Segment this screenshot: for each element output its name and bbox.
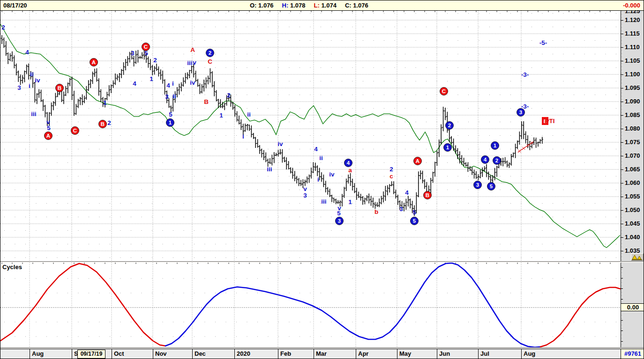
month-separator — [314, 349, 314, 359]
price-tick-label: 1.070 — [625, 152, 640, 159]
price-scale: 1.1251.1201.1151.1101.1051.1001.0951.090… — [621, 11, 644, 261]
wave-label: 4 — [133, 80, 136, 87]
price-tick — [621, 169, 623, 170]
wave-label: i — [317, 176, 319, 183]
wave-label: A — [190, 46, 195, 53]
top-tick-marks — [2, 11, 610, 12]
wave-circle-text: 1 — [494, 143, 497, 148]
ohlc-bar-ticks — [1, 38, 543, 211]
price-tick-label: 1.120 — [625, 16, 640, 23]
wave-circle-text: 2 — [209, 50, 211, 56]
month-separator — [112, 349, 112, 359]
month-separator — [234, 349, 235, 359]
wave-label: 4 — [314, 146, 318, 153]
cycles-scale: 0.00 — [621, 263, 644, 347]
wave-label: a — [348, 167, 352, 174]
wave-label: B — [204, 98, 209, 105]
wave-label: iii — [267, 166, 272, 173]
moving-average-line — [0, 24, 620, 248]
ohlc-field: C: 1.076 — [345, 2, 368, 9]
cycle-curve — [0, 264, 165, 346]
price-tick — [621, 74, 623, 75]
wave-circle-text: B — [58, 85, 61, 91]
wave-label: 3 — [303, 192, 307, 199]
date-marker-box[interactable]: 09/17/19 — [77, 350, 105, 359]
wave-label: ii — [172, 93, 176, 100]
wave-label: v — [193, 59, 196, 66]
price-tick-label: 1.045 — [625, 220, 640, 227]
wave-label: 5 — [169, 111, 172, 118]
wave-label: 2 — [389, 166, 393, 173]
wave-label: 2 — [227, 92, 231, 99]
ohlc-field: L: 1.074 — [314, 2, 336, 9]
wave-label: 3 — [17, 84, 21, 91]
wave-circle-text: 3 — [519, 110, 522, 115]
month-separator — [478, 349, 479, 359]
wave-label: 5 — [337, 210, 341, 217]
wave-label: i — [172, 80, 174, 87]
month-label: Dec — [195, 350, 206, 357]
wave-circle-text: 1 — [169, 120, 172, 125]
wave-circle-text: A — [46, 133, 50, 139]
cycles-tick — [621, 341, 623, 342]
wave-circle-text: 4 — [347, 160, 350, 166]
price-tick-label: 1.040 — [625, 234, 640, 241]
price-tick — [621, 129, 623, 129]
wave-circle-text: 5 — [490, 183, 493, 189]
wave-label: iv — [35, 77, 40, 84]
month-label: Aug — [524, 350, 535, 357]
price-tick — [621, 20, 623, 21]
quote-bar: 08/17/20 O: 1.076H: 1.078L: 1.074C: 1.07… — [0, 0, 644, 11]
cycle-curve — [540, 287, 620, 347]
wave-label: iv — [329, 171, 335, 178]
price-tick-label: 1.085 — [625, 111, 640, 118]
month-separator — [153, 349, 153, 359]
wave-circle-text: 5 — [413, 218, 416, 224]
scales-icon[interactable] — [631, 253, 644, 261]
month-separator — [437, 349, 437, 359]
price-chart-surface[interactable]: 24iiiv3iiiiv5123524143iiiiiiviv512iiiivi… — [0, 11, 621, 261]
wave-label: C — [208, 58, 212, 65]
price-tick — [621, 142, 623, 143]
cycles-title: Cycles — [2, 264, 22, 271]
wave-label: 1 — [150, 75, 153, 82]
month-label: 2020 — [237, 350, 250, 357]
month-label: Feb — [280, 350, 291, 357]
month-separator — [278, 349, 278, 359]
wave-circle-text: 2 — [448, 123, 451, 128]
wave-label: 1 — [103, 99, 107, 106]
price-tick-label: 1.075 — [625, 139, 640, 146]
wave-circle-text: 2 — [495, 158, 498, 163]
month-label: Aug — [32, 350, 44, 357]
month-separator — [356, 349, 356, 359]
wave-label: -5- — [539, 39, 547, 46]
price-tick-label: 1.100 — [625, 71, 640, 78]
wave-circle-text: B — [426, 192, 429, 198]
wave-circle-text: 1 — [446, 145, 449, 150]
wave-label: iii — [187, 59, 192, 66]
cycles-tick — [621, 299, 623, 300]
month-label: Jun — [439, 350, 450, 357]
wave-label: 4 — [405, 189, 409, 196]
wave-label: 5 — [412, 209, 416, 216]
cycles-tick — [621, 288, 623, 289]
price-tick — [621, 183, 623, 183]
cycles-chart-surface[interactable] — [0, 263, 621, 347]
wave-label: iii — [31, 110, 36, 117]
wave-label: 2 — [153, 57, 157, 64]
wave-label: ii — [30, 71, 34, 78]
wave-label: ii — [319, 154, 323, 161]
price-tick-label: 1.060 — [625, 179, 640, 186]
wave-label: 5 — [47, 125, 51, 132]
month-separator — [521, 349, 522, 359]
wave-circle-text: C — [442, 88, 446, 94]
month-label: May — [399, 350, 411, 357]
wave-label: i — [29, 82, 30, 89]
price-panel: 24iiiv3iiiiv5123524143iiiiiiviv512iiiivi… — [0, 11, 644, 261]
month-separator — [397, 349, 397, 359]
wave-circle-text: C — [144, 44, 148, 50]
cycles-zero-label: 0.00 — [621, 303, 644, 311]
wave-label: 1 — [348, 198, 352, 205]
price-tick — [621, 102, 623, 102]
price-tick-label: 1.080 — [625, 125, 640, 132]
